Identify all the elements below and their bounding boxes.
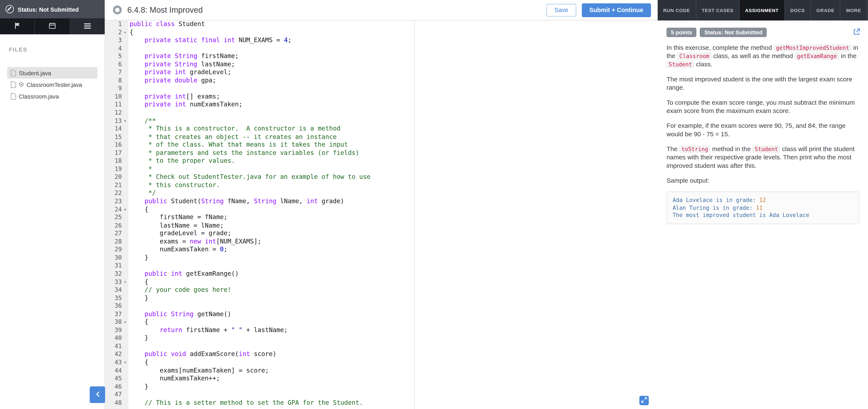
panel-tab-test-cases[interactable]: TEST CASES bbox=[696, 0, 740, 21]
list-icon bbox=[84, 22, 91, 31]
code-line[interactable]: 6 private String lastName; bbox=[105, 61, 657, 69]
flag-button[interactable] bbox=[0, 18, 35, 34]
line-number: 8 bbox=[105, 77, 122, 85]
code-line[interactable]: 7 private int gradeLevel; bbox=[105, 69, 657, 77]
code-line[interactable]: 16 * of the class. What that means is it… bbox=[105, 141, 657, 149]
code-line[interactable]: 1public class Student bbox=[105, 21, 657, 29]
code-line[interactable]: 25 firstName = fName; bbox=[105, 214, 657, 222]
line-number: 4 bbox=[105, 45, 122, 53]
code-line[interactable]: 34 // your code goes here! bbox=[105, 286, 657, 294]
code-line[interactable]: 30 } bbox=[105, 254, 657, 262]
panel-tab-more[interactable]: MORE bbox=[841, 0, 867, 21]
assignment-paragraphs: In this exercise, complete the method ge… bbox=[666, 44, 859, 185]
code-line[interactable]: 42 public void addExamScore(int score) bbox=[105, 351, 657, 359]
code-line[interactable]: 45 numExamsTaken++; bbox=[105, 375, 657, 383]
gutter-spacer bbox=[122, 311, 128, 318]
code-line[interactable]: 41 bbox=[105, 343, 657, 351]
open-external-button[interactable] bbox=[853, 28, 860, 37]
info-circle-icon[interactable] bbox=[113, 5, 122, 14]
inline-code: Student bbox=[666, 61, 694, 68]
line-number: 20 bbox=[105, 174, 122, 182]
gutter-spacer bbox=[122, 326, 128, 335]
code-line[interactable]: 8 private double gpa; bbox=[105, 77, 657, 85]
gutter-spacer bbox=[122, 125, 128, 133]
collapse-sidebar-button[interactable] bbox=[90, 386, 105, 403]
gutter-spacer bbox=[122, 109, 128, 117]
status-bar: Status: Not Submitted bbox=[0, 0, 105, 18]
file-list-button[interactable] bbox=[70, 18, 105, 34]
sidebar: Status: Not Submitted FILES Student.java… bbox=[0, 0, 105, 409]
code-line[interactable]: 44 exams[numExamsTaken] = score; bbox=[105, 367, 657, 375]
code-line[interactable]: 47 bbox=[105, 391, 657, 399]
code-line[interactable]: 36 bbox=[105, 303, 657, 311]
code-line[interactable]: 14 * This is a constructor. A constructo… bbox=[105, 125, 657, 133]
code-line[interactable]: 29 numExamsTaken = 0; bbox=[105, 246, 657, 254]
code-line[interactable]: 12 bbox=[105, 109, 657, 117]
gutter-spacer bbox=[122, 149, 128, 157]
code-line[interactable]: 9 bbox=[105, 85, 657, 93]
code-line[interactable]: 27 gradeLevel = grade; bbox=[105, 230, 657, 238]
code-line[interactable]: 15 * that creates an object -- it create… bbox=[105, 133, 657, 141]
code-line[interactable]: 26 lastName = lName; bbox=[105, 222, 657, 230]
save-button[interactable]: Save bbox=[547, 4, 576, 16]
code-line[interactable]: 5 private String firstName; bbox=[105, 53, 657, 61]
code-line[interactable]: 35 } bbox=[105, 294, 657, 303]
code-text: private String firstName; bbox=[128, 53, 239, 61]
code-line[interactable]: 4 bbox=[105, 45, 657, 53]
inline-code: getMostImprovedStudent bbox=[774, 44, 851, 52]
calendar-button[interactable] bbox=[35, 18, 70, 34]
code-line[interactable]: 18 * to the proper values. bbox=[105, 157, 657, 165]
code-text: } bbox=[128, 383, 148, 391]
file-item[interactable]: ClassroomTester.java bbox=[7, 78, 97, 90]
code-text: gradeLevel = grade; bbox=[128, 230, 231, 238]
sample-output-line: Ada Lovelace is in grade: 12 bbox=[673, 196, 853, 204]
file-item[interactable]: Student.java bbox=[7, 67, 97, 78]
calendar-icon bbox=[49, 22, 56, 31]
code-line[interactable]: 38▾ { bbox=[105, 318, 657, 326]
code-text: firstName = fName; bbox=[128, 214, 227, 222]
code-line[interactable]: 28 exams = new int[NUM_EXAMS]; bbox=[105, 238, 657, 246]
expand-icon bbox=[641, 396, 647, 405]
code-line[interactable]: 20 * Check out StudentTester.java for an… bbox=[105, 174, 657, 182]
code-line[interactable]: 13▾ /** bbox=[105, 117, 657, 125]
code-line[interactable]: 43▾ { bbox=[105, 359, 657, 367]
fold-marker-icon[interactable]: ▾ bbox=[122, 117, 128, 125]
panel-tab-run-code[interactable]: RUN CODE bbox=[657, 0, 696, 21]
code-line[interactable]: 32 public int getExamRange() bbox=[105, 270, 657, 278]
code-line[interactable]: 19 * bbox=[105, 165, 657, 174]
fold-marker-icon[interactable]: ▾ bbox=[122, 359, 128, 367]
code-line[interactable]: 40 } bbox=[105, 335, 657, 343]
code-line[interactable]: 48 // This is a setter method to set the… bbox=[105, 399, 657, 407]
code-line[interactable]: 21 * this constructor. bbox=[105, 182, 657, 190]
code-line[interactable]: 31 bbox=[105, 262, 657, 270]
file-item[interactable]: Classroom.java bbox=[7, 90, 97, 102]
code-line[interactable]: 3 private static final int NUM_EXAMS = 4… bbox=[105, 37, 657, 45]
code-line[interactable]: 23 public Student(String fName, String l… bbox=[105, 198, 657, 206]
code-text bbox=[128, 45, 129, 53]
code-line[interactable]: 46 } bbox=[105, 383, 657, 391]
gutter-spacer bbox=[122, 61, 128, 69]
code-line[interactable]: 2▾{ bbox=[105, 29, 657, 37]
code-line[interactable]: 10 private int[] exams; bbox=[105, 93, 657, 101]
code-line[interactable]: 17 * parameters and sets the instance va… bbox=[105, 149, 657, 157]
panel-tab-docs[interactable]: DOCS bbox=[785, 0, 811, 21]
code-editor[interactable]: 1public class Student2▾{3 private static… bbox=[105, 21, 657, 409]
sample-output-block: Ada Lovelace is in grade: 12Alan Turing … bbox=[666, 192, 859, 224]
inline-code: getExamRange bbox=[795, 53, 839, 60]
fold-marker-icon[interactable]: ▾ bbox=[122, 278, 128, 286]
code-line[interactable]: 39 return firstName + " " + lastName; bbox=[105, 326, 657, 335]
fold-marker-icon[interactable]: ▾ bbox=[122, 318, 128, 326]
code-line[interactable]: 11 private int numExamsTaken; bbox=[105, 101, 657, 109]
submit-continue-button[interactable]: Submit + Continue bbox=[582, 3, 651, 17]
code-line[interactable]: 22 */ bbox=[105, 190, 657, 198]
code-text: return firstName + " " + lastName; bbox=[128, 326, 288, 335]
code-text: * Check out StudentTester.java for an ex… bbox=[128, 174, 370, 182]
expand-editor-button[interactable] bbox=[639, 396, 649, 405]
code-line[interactable]: 37 public String getName() bbox=[105, 311, 657, 318]
fold-marker-icon[interactable]: ▾ bbox=[122, 206, 128, 214]
fold-marker-icon[interactable]: ▾ bbox=[122, 29, 128, 37]
panel-tab-assignment[interactable]: ASSIGNMENT bbox=[740, 0, 785, 21]
code-line[interactable]: 33▾ { bbox=[105, 278, 657, 286]
panel-tab-grade[interactable]: GRADE bbox=[811, 0, 840, 21]
code-line[interactable]: 24▾ { bbox=[105, 206, 657, 214]
